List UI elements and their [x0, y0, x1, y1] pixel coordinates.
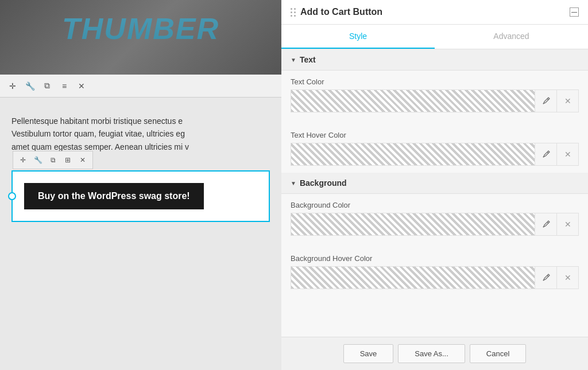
text-hover-color-eyedropper-button[interactable] — [535, 143, 556, 165]
canvas-area: Thumber ✛ 🔧 ⧉ ≡ ✕ Pellentesque habitant … — [0, 0, 281, 370]
eyedropper-icon — [541, 96, 551, 106]
background-color-label: Background Color — [291, 201, 579, 209]
minimize-icon — [571, 12, 577, 13]
background-hover-color-eyedropper-button[interactable] — [535, 267, 556, 289]
text-color-label: Text Color — [291, 77, 579, 86]
tab-style[interactable]: Style — [281, 25, 435, 49]
text-color-clear-button[interactable]: ✕ — [556, 90, 578, 112]
canvas-body-text: Pellentesque habitant morbi tristique se… — [11, 115, 270, 153]
settings-icon[interactable]: 🔧 — [24, 80, 36, 92]
text-color-actions: ✕ — [535, 90, 578, 112]
save-button[interactable]: Save — [343, 344, 394, 363]
background-color-swatch[interactable] — [291, 213, 535, 235]
panel-footer: Save Save As... Cancel — [281, 337, 588, 370]
background-hover-color-actions: ✕ — [535, 267, 578, 289]
main-toolbar: ✛ 🔧 ⧉ ≡ ✕ — [0, 75, 281, 98]
background-hover-color-clear-button[interactable]: ✕ — [556, 267, 578, 289]
save-as-button[interactable]: Save As... — [398, 344, 465, 363]
svg-point-2 — [543, 227, 544, 228]
eyedropper-icon — [541, 220, 551, 229]
btn-move-icon[interactable]: ✛ — [18, 155, 28, 165]
text-color-field: Text Color ✕ — [281, 71, 588, 119]
background-hover-color-field: Background Hover Color ✕ — [281, 247, 588, 296]
background-hover-color-label: Background Hover Color — [291, 254, 579, 263]
minimize-button[interactable] — [570, 7, 579, 17]
tab-advanced[interactable]: Advanced — [435, 25, 588, 49]
text-hover-color-actions: ✕ — [535, 143, 578, 165]
list-icon[interactable]: ≡ — [59, 80, 70, 92]
cancel-button[interactable]: Cancel — [470, 344, 526, 363]
background-color-actions: ✕ — [535, 213, 578, 235]
background-color-clear-button[interactable]: ✕ — [556, 213, 578, 235]
svg-point-1 — [543, 157, 544, 158]
text-hover-color-field: Text Hover Color ✕ — [281, 124, 588, 173]
move-icon[interactable]: ✛ — [7, 80, 18, 92]
close-icon[interactable]: ✕ — [76, 80, 87, 92]
text-hover-color-label: Text Hover Color — [291, 131, 579, 139]
background-section-label: Background — [300, 178, 347, 188]
canvas-header-text: Thumber — [62, 11, 219, 46]
btn-copy-icon[interactable]: ⧉ — [48, 155, 58, 165]
panel-header: Add to Cart Button — [281, 0, 588, 25]
drag-handle[interactable] — [291, 8, 296, 17]
background-color-input-row: ✕ — [291, 213, 579, 236]
settings-panel: Add to Cart Button Style Advanced ▼ Text… — [281, 0, 588, 370]
background-color-eyedropper-button[interactable] — [535, 213, 556, 235]
background-chevron-icon: ▼ — [291, 180, 296, 186]
btn-grid-icon[interactable]: ⊞ — [63, 155, 73, 165]
eyedropper-icon — [541, 273, 551, 282]
background-hover-color-input-row: ✕ — [291, 266, 579, 289]
panel-tabs: Style Advanced — [281, 25, 588, 49]
cart-button[interactable]: Buy on the WordPress swag store! — [24, 183, 204, 209]
panel-title: Add to Cart Button — [300, 7, 382, 17]
connector-dot — [8, 192, 16, 200]
text-color-input-row: ✕ — [291, 89, 579, 112]
svg-point-0 — [543, 103, 544, 104]
text-section-label: Text — [300, 55, 316, 64]
btn-settings-icon[interactable]: 🔧 — [33, 155, 43, 165]
copy-icon[interactable]: ⧉ — [41, 80, 53, 92]
text-hover-color-swatch[interactable] — [291, 143, 535, 165]
background-hover-color-swatch[interactable] — [291, 267, 535, 289]
text-section-header[interactable]: ▼ Text — [281, 49, 588, 71]
button-toolbar: ✛ 🔧 ⧉ ⊞ ✕ — [13, 151, 93, 169]
text-color-eyedropper-button[interactable] — [535, 90, 556, 112]
eyedropper-icon — [541, 150, 551, 159]
btn-close-icon[interactable]: ✕ — [78, 155, 88, 165]
text-hover-color-input-row: ✕ — [291, 143, 579, 166]
panel-header-left: Add to Cart Button — [291, 7, 382, 17]
panel-body: ▼ Text Text Color ✕ — [281, 49, 588, 337]
text-hover-color-clear-button[interactable]: ✕ — [556, 143, 578, 165]
background-color-field: Background Color ✕ — [281, 194, 588, 243]
button-section: ✛ 🔧 ⧉ ⊞ ✕ Buy on the WordPress swag stor… — [11, 170, 270, 222]
canvas-content: Pellentesque habitant morbi tristique se… — [0, 98, 281, 233]
text-chevron-icon: ▼ — [291, 57, 296, 63]
text-color-swatch[interactable] — [291, 90, 535, 112]
canvas-header-image: Thumber — [0, 0, 281, 75]
svg-point-3 — [543, 280, 544, 281]
background-section-header[interactable]: ▼ Background — [281, 173, 588, 194]
